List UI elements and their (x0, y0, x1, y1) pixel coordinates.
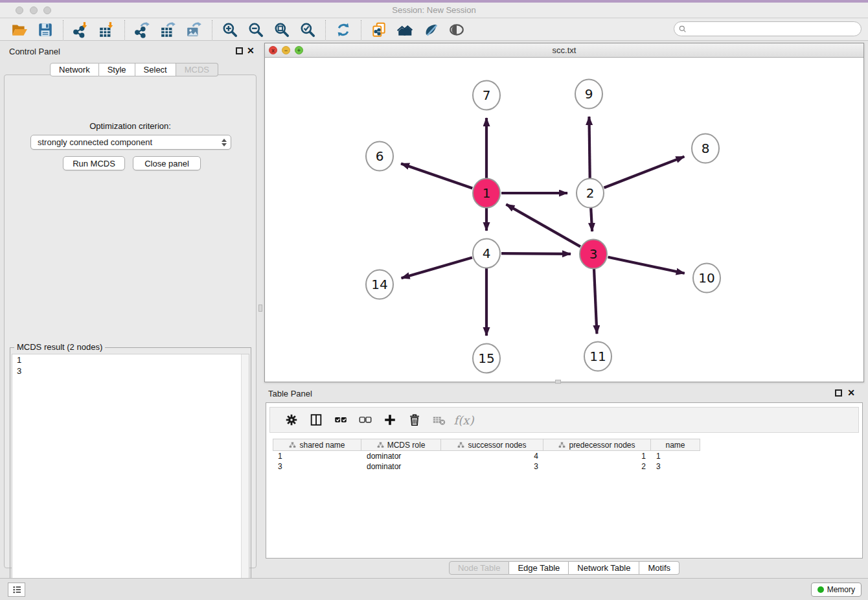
column-header-MCDS-role[interactable]: MCDS role (361, 439, 441, 451)
close-panel-button[interactable]: Close panel (133, 156, 201, 170)
table-panel-close-icon[interactable]: ✕ (847, 387, 855, 398)
graph-edge-3-1[interactable] (506, 204, 580, 246)
run-mcds-button[interactable]: Run MCDS (63, 156, 125, 170)
mcds-result-item: 1 (12, 354, 249, 365)
graph-edge-3-10[interactable] (608, 257, 685, 273)
table-toolbar: f(x) (269, 407, 859, 433)
column-header-successor-nodes[interactable]: successor nodes (441, 439, 543, 451)
export-image-icon[interactable] (185, 20, 204, 40)
table-panel: Table Panel ✕ f(x) shared nameMCDS roles… (264, 386, 864, 561)
table-cell[interactable]: 1 (273, 451, 361, 461)
table-panel-float-icon[interactable] (835, 389, 842, 397)
result-scrollbar[interactable] (241, 354, 249, 594)
svg-text:9: 9 (585, 86, 593, 102)
control-panel-close-icon[interactable]: ✕ (247, 45, 255, 56)
optimization-criterion-select[interactable]: strongly connected component (30, 135, 231, 150)
column-header-name[interactable]: name (651, 439, 700, 451)
tab-network-table[interactable]: Network Table (569, 561, 639, 575)
table-cell[interactable]: dominator (361, 451, 441, 461)
search-input[interactable] (687, 23, 861, 35)
table-cell[interactable]: 3 (441, 461, 543, 472)
search-box[interactable] (674, 21, 862, 36)
column-header-shared-name[interactable]: shared name (273, 439, 361, 451)
graph-node-9[interactable]: 9 (575, 80, 602, 109)
tab-node-table[interactable]: Node Table (449, 561, 510, 575)
apply-style-icon[interactable] (421, 20, 440, 40)
window-resize-handle[interactable] (555, 380, 561, 384)
export-network-icon[interactable] (133, 20, 152, 40)
function-builder-icon: f(x) (454, 410, 474, 430)
export-table-icon[interactable] (159, 20, 178, 40)
column-layout-icon[interactable] (306, 410, 326, 430)
tab-motifs[interactable]: Motifs (639, 561, 680, 575)
control-panel-float-icon[interactable] (236, 47, 243, 54)
network-window-titlebar[interactable]: x − + scc.txt (265, 43, 863, 58)
mcds-result-list[interactable]: 13 (12, 354, 249, 594)
table-row[interactable]: 1dominator411 (273, 451, 700, 461)
memory-status-icon (817, 586, 824, 593)
tab-select[interactable]: Select (135, 63, 176, 76)
tab-network[interactable]: Network (50, 63, 99, 76)
mcds-result-title: MCDS result (2 nodes) (14, 342, 105, 352)
import-network-icon[interactable] (71, 20, 91, 40)
tab-style[interactable]: Style (99, 63, 135, 76)
save-session-icon[interactable] (36, 20, 55, 40)
graph-edge-3-11[interactable] (594, 269, 597, 334)
graph-node-3[interactable]: 3 (580, 240, 607, 269)
graph-edge-4-3[interactable] (501, 253, 571, 254)
first-neighbors-icon[interactable] (395, 20, 415, 40)
table-cell[interactable]: 1 (651, 451, 700, 461)
graph-node-10[interactable]: 10 (693, 264, 720, 293)
column-label: shared name (299, 441, 345, 450)
graph-edge-2-8[interactable] (604, 157, 684, 188)
node-table-body: f(x) shared nameMCDS rolesuccessor nodes… (266, 402, 863, 559)
import-table-icon[interactable] (97, 20, 117, 40)
graph-edge-2-9[interactable] (589, 117, 589, 178)
refresh-view-icon[interactable] (334, 20, 353, 40)
delete-column-icon[interactable] (405, 410, 424, 430)
graph-node-8[interactable]: 8 (692, 134, 719, 163)
graph-edge-1-6[interactable] (401, 163, 472, 188)
column-header-predecessor-nodes[interactable]: predecessor nodes (543, 439, 651, 451)
table-cell[interactable]: 3 (273, 461, 361, 472)
table-cell[interactable]: 2 (543, 461, 651, 472)
open-session-icon[interactable] (10, 20, 29, 40)
graph-node-6[interactable]: 6 (366, 142, 393, 171)
table-cell[interactable]: 3 (651, 461, 700, 472)
graph-edge-2-3[interactable] (591, 208, 592, 231)
graph-node-11[interactable]: 11 (584, 342, 611, 371)
toolbar-separator (63, 20, 63, 40)
panel-splitter-handle[interactable] (258, 305, 262, 312)
graph-edge-4-14[interactable] (402, 257, 472, 278)
zoom-selected-icon[interactable] (298, 20, 317, 40)
zoom-fit-icon[interactable] (272, 20, 291, 40)
graph-node-2[interactable]: 2 (577, 179, 604, 208)
tab-mcds[interactable]: MCDS (176, 63, 218, 76)
svg-text:4: 4 (483, 246, 491, 261)
zoom-in-icon[interactable] (220, 20, 240, 40)
table-cell[interactable]: dominator (361, 461, 441, 472)
add-column-icon[interactable] (380, 410, 400, 430)
zoom-out-icon[interactable] (246, 20, 266, 40)
graph-node-7[interactable]: 7 (473, 81, 500, 110)
graph-canvas[interactable]: 7968124314101511 (265, 58, 863, 382)
svg-text:10: 10 (698, 270, 714, 286)
graph-node-15[interactable]: 15 (473, 344, 500, 373)
column-type-icon (558, 442, 565, 448)
memory-button[interactable]: Memory (811, 583, 862, 597)
table-cell[interactable]: 4 (441, 451, 543, 461)
select-all-checks-icon[interactable] (331, 410, 350, 430)
clear-all-checks-icon[interactable] (356, 410, 375, 430)
show-hide-icon[interactable] (447, 20, 466, 40)
table-settings-icon[interactable] (282, 410, 301, 430)
app-title: Session: New Session (0, 5, 868, 15)
graph-node-1[interactable]: 1 (473, 179, 500, 208)
table-cell[interactable]: 1 (543, 451, 651, 461)
graph-node-4[interactable]: 4 (473, 239, 500, 268)
graph-node-14[interactable]: 14 (366, 270, 393, 299)
tab-edge-table[interactable]: Edge Table (509, 561, 569, 575)
svg-text:3: 3 (589, 246, 598, 262)
table-row[interactable]: 3dominator323 (273, 461, 700, 472)
show-panels-button[interactable] (8, 583, 25, 597)
copy-network-icon[interactable] (369, 20, 389, 40)
